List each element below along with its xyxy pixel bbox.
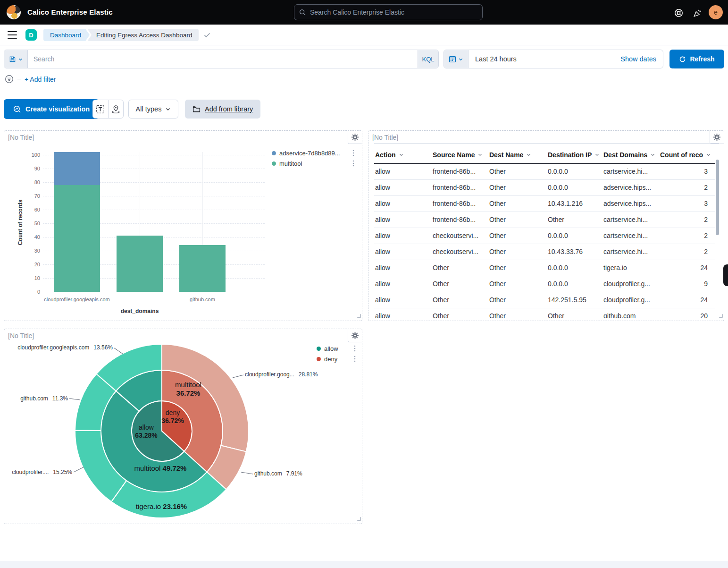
calendar-menu-button[interactable] <box>444 50 469 68</box>
sunburst-panel[interactable]: [No Title] multitool36.72% deny36.72% al… <box>4 329 362 524</box>
table-cell: Other <box>547 212 602 228</box>
global-search-input[interactable] <box>310 8 477 16</box>
menu-icon[interactable] <box>8 31 17 39</box>
y-axis-tick: 10 <box>24 275 40 281</box>
bar-segment[interactable] <box>54 185 100 292</box>
y-axis-tick: 70 <box>24 193 40 199</box>
panel-resize-handle[interactable] <box>718 311 723 320</box>
show-dates-button[interactable]: Show dates <box>620 50 663 68</box>
table-cell: allow <box>374 228 432 244</box>
panel-resize-handle[interactable] <box>356 311 361 320</box>
table-scrollbar-thumb[interactable] <box>716 160 719 235</box>
calico-logo[interactable] <box>7 5 21 19</box>
table-cell: allow <box>374 308 432 318</box>
dashboard-nav-bar: D Dashboard Editing Egress Access Dashbo… <box>0 25 728 45</box>
sunburst-svg <box>4 329 362 524</box>
legend-actions-icon[interactable] <box>352 345 357 352</box>
legend-actions-icon[interactable] <box>351 150 356 156</box>
table-cell: Other <box>488 276 547 292</box>
breadcrumb-current[interactable]: Editing Egress Access Dashboard <box>87 29 199 41</box>
legend-dot <box>272 161 276 166</box>
legend-item[interactable]: adservice-7d8b8d89... <box>272 148 356 158</box>
saved-query-menu-button[interactable] <box>4 50 28 68</box>
table-cell: frontend-86b... <box>432 179 488 195</box>
legend-actions-icon[interactable] <box>351 160 356 167</box>
table-cell: allow <box>374 260 432 276</box>
chevron-down-icon <box>706 152 711 157</box>
chevron-down-icon <box>477 152 483 157</box>
gridline <box>43 292 265 292</box>
query-search-input[interactable] <box>28 50 418 68</box>
news-icon[interactable] <box>693 8 702 17</box>
table-cell: 0.0.0.0 <box>547 260 602 276</box>
legend-item[interactable]: multitool <box>272 158 356 169</box>
legend-label: multitool <box>279 160 348 167</box>
y-axis-title: Count of records <box>17 200 24 246</box>
collapsed-flyout-tab[interactable] <box>723 264 728 286</box>
y-axis-tick: 100 <box>24 152 40 158</box>
legend-item[interactable]: allow <box>317 343 357 354</box>
table-cell: frontend-86b... <box>432 163 488 179</box>
global-search[interactable] <box>294 4 483 20</box>
bar-chart-plot: dest_domains 0102030405060708090100cloud… <box>43 152 265 292</box>
panel-resize-handle[interactable] <box>356 514 361 523</box>
application-root: Calico Enterprise Elastic e D Dashboard … <box>0 0 728 568</box>
help-icon[interactable] <box>674 8 683 17</box>
column-header-source-name[interactable]: Source Name <box>432 146 488 163</box>
sunburst-callout: cloudprofiler.googleapis.com13.56% <box>17 344 113 351</box>
breadcrumb-dashboard[interactable]: Dashboard <box>43 29 90 41</box>
table-cell: cartservice.hi... <box>602 228 659 244</box>
bar-segment[interactable] <box>179 245 226 292</box>
legend-actions-icon[interactable] <box>352 356 357 362</box>
column-header-count[interactable]: Count of reco <box>659 146 715 163</box>
table-panel[interactable]: [No Title] Action Source Name Dest Name … <box>368 130 724 321</box>
table-cell: Other <box>432 292 488 308</box>
callout-line <box>74 467 84 472</box>
legend-item[interactable]: deny <box>317 354 357 364</box>
time-range-value[interactable]: Last 24 hours <box>469 50 620 68</box>
x-axis-label: github.com <box>190 297 215 302</box>
user-avatar[interactable]: e <box>709 5 723 19</box>
panel-settings-button[interactable] <box>710 131 724 144</box>
chevron-down-icon <box>165 106 171 112</box>
table-row: allowcheckoutservi...Other10.43.33.76car… <box>374 244 715 260</box>
table-cell: 0.0.0.0 <box>547 163 602 179</box>
check-icon[interactable] <box>203 31 211 39</box>
legend-dot <box>272 151 276 155</box>
table-cell: checkoutservi... <box>432 244 488 260</box>
refresh-button[interactable]: Refresh <box>669 50 724 68</box>
add-from-library-button[interactable]: Add from library <box>185 100 260 119</box>
add-map-icon[interactable] <box>108 100 124 118</box>
search-icon <box>299 9 306 16</box>
panel-settings-button[interactable] <box>348 131 362 144</box>
table-cell: 20 <box>659 308 715 318</box>
bar-segment[interactable] <box>54 152 100 185</box>
table-cell: cloudprofiler.g... <box>602 276 659 292</box>
bar-segment[interactable] <box>117 236 163 292</box>
filter-icon[interactable] <box>5 75 14 84</box>
kql-language-button[interactable]: KQL <box>418 50 438 68</box>
column-header-dest-domains[interactable]: Dest Domains <box>602 146 659 163</box>
calendar-icon <box>449 55 456 63</box>
x-axis-label: cloudprofiler.googleapis.com <box>44 297 109 302</box>
breadcrumb: Dashboard Editing Egress Access Dashboar… <box>43 29 211 41</box>
table-cell: 10.43.33.76 <box>547 244 602 260</box>
sunburst-callout: github.com11.3% <box>20 395 68 402</box>
add-text-icon[interactable] <box>93 100 108 118</box>
bar-chart-panel[interactable]: [No Title] Count of records dest_domains… <box>4 130 362 321</box>
table-cell: 142.251.5.95 <box>547 292 602 308</box>
all-types-dropdown[interactable]: All types <box>128 100 178 119</box>
sunburst-label: tigera.io 23.16% <box>136 502 187 511</box>
table-cell: frontend-86b... <box>432 212 488 228</box>
callout-line <box>114 348 123 354</box>
chevron-down-icon <box>594 152 600 157</box>
table-cell: github.com <box>602 308 659 318</box>
x-axis-title: dest_domains <box>121 308 159 314</box>
column-header-action[interactable]: Action <box>374 146 432 163</box>
column-header-dest-name[interactable]: Dest Name <box>488 146 547 163</box>
add-filter-button[interactable]: + Add filter <box>25 76 56 83</box>
table-row: allowfrontend-86b...Other10.43.1.216adse… <box>374 195 715 212</box>
create-visualization-button[interactable]: Create visualization <box>4 99 99 119</box>
sunburst-label: allow63.28% <box>135 424 157 439</box>
column-header-destination-ip[interactable]: Destination IP <box>547 146 602 163</box>
